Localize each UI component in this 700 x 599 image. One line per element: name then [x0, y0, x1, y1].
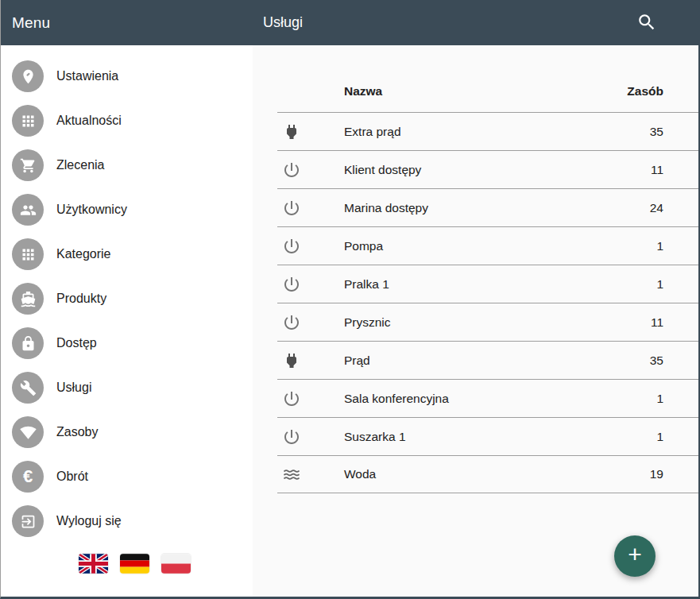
sidebar-item-zasoby[interactable]: Zasoby: [1, 410, 253, 454]
table-row[interactable]: Extra prąd 35: [277, 112, 698, 150]
row-value: 35: [650, 354, 698, 368]
search-icon: [636, 12, 657, 33]
boat-icon: [12, 283, 44, 315]
lock-icon: [12, 327, 44, 359]
sidebar-item-label: Zasoby: [56, 425, 98, 439]
sidebar-item-uslugi[interactable]: Usługi: [1, 365, 253, 410]
sidebar-item-label: Produkty: [56, 292, 106, 306]
app-window: Menu Usługi Ustawienia Aktualności: [0, 0, 700, 599]
row-value: 35: [650, 125, 698, 139]
power-icon: [282, 237, 301, 256]
sidebar-item-label: Aktualności: [56, 114, 122, 128]
column-header-nazwa: Nazwa: [344, 84, 382, 99]
flag-german[interactable]: [120, 554, 149, 574]
sidebar-item-kategorie[interactable]: Kategorie: [1, 232, 253, 276]
row-name: Prąd: [344, 354, 370, 368]
people-icon: [12, 194, 44, 226]
power-icon: [282, 160, 301, 180]
table-row[interactable]: Klient dostępy 11: [277, 150, 698, 188]
table-header: Nazwa Zasób: [277, 45, 698, 112]
waves-icon: [282, 465, 301, 484]
sidebar-item-label: Kategorie: [56, 247, 111, 261]
sidebar-item-ustawienia[interactable]: Ustawienia: [1, 54, 253, 99]
grid-icon: [12, 238, 44, 270]
row-value: 24: [650, 201, 698, 215]
sidebar: Ustawienia Aktualności Zlecenia Użytkown…: [1, 45, 253, 597]
sidebar-item-wyloguj[interactable]: Wyloguj się: [1, 499, 253, 543]
power-icon: [282, 389, 301, 408]
table-row[interactable]: Pralka 1 1: [277, 265, 698, 303]
sidebar-item-dostep[interactable]: Dostęp: [1, 321, 253, 365]
table-row[interactable]: Suszarka 1 1: [277, 417, 698, 455]
row-name: Extra prąd: [344, 125, 401, 139]
row-value: 19: [650, 467, 698, 481]
services-table: Nazwa Zasób Extra prąd 35 Klient dostępy…: [277, 45, 698, 493]
power-icon: [282, 313, 301, 332]
plus-icon: +: [628, 543, 642, 566]
sidebar-item-label: Obrót: [56, 470, 88, 484]
grid-icon: [12, 105, 44, 137]
sidebar-item-label: Dostęp: [56, 336, 97, 350]
app-bar: Menu Usługi: [1, 0, 698, 45]
wifi-icon: [12, 416, 44, 448]
sidebar-item-uzytkownicy[interactable]: Użytkownicy: [1, 187, 253, 232]
sidebar-item-obrot[interactable]: € Obrót: [1, 454, 253, 499]
row-name: Sala konferencyjna: [344, 392, 449, 406]
table-row[interactable]: Pompa 1: [277, 226, 698, 265]
menu-button[interactable]: Menu: [12, 0, 50, 45]
sidebar-item-produkty[interactable]: Produkty: [1, 276, 253, 321]
power-icon: [282, 275, 301, 294]
content-area: Nazwa Zasób Extra prąd 35 Klient dostępy…: [253, 45, 698, 597]
flag-polish[interactable]: [161, 554, 191, 574]
page-title: Usługi: [263, 0, 303, 45]
row-value: 11: [651, 163, 698, 177]
logout-icon: [12, 505, 44, 537]
table-row[interactable]: Prysznic 11: [277, 303, 698, 341]
row-name: Pralka 1: [344, 277, 389, 292]
row-name: Pompa: [344, 239, 383, 253]
row-value: 11: [651, 315, 698, 330]
sidebar-item-label: Ustawienia: [56, 69, 118, 83]
table-row[interactable]: Sala konferencyjna 1: [277, 379, 698, 417]
sidebar-item-label: Usługi: [56, 381, 91, 395]
language-switcher: [79, 554, 191, 574]
row-name: Suszarka 1: [344, 430, 406, 444]
shopping-cart-icon: [12, 149, 44, 181]
row-name: Prysznic: [344, 315, 391, 330]
euro-icon: €: [12, 461, 44, 493]
sidebar-nav: Ustawienia Aktualności Zlecenia Użytkown…: [1, 45, 253, 543]
row-value: 1: [656, 239, 698, 253]
row-value: 1: [656, 392, 698, 406]
power-icon: [282, 427, 301, 446]
plug-icon: [282, 351, 301, 370]
column-header-zasob: Zasób: [627, 84, 698, 99]
row-name: Klient dostępy: [344, 163, 421, 177]
sidebar-item-label: Użytkownicy: [56, 203, 127, 217]
plug-icon: [282, 122, 301, 141]
row-name: Woda: [344, 467, 376, 481]
sidebar-item-label: Zlecenia: [56, 158, 104, 172]
power-icon: [282, 199, 301, 218]
table-row[interactable]: Prąd 35: [277, 341, 698, 379]
row-value: 1: [656, 277, 698, 292]
location-pin-icon: [12, 60, 44, 92]
sidebar-item-zlecenia[interactable]: Zlecenia: [1, 143, 253, 187]
table-row[interactable]: Woda 19: [277, 455, 698, 493]
search-button[interactable]: [636, 12, 658, 34]
flag-english[interactable]: [79, 554, 108, 574]
add-button[interactable]: +: [614, 535, 656, 577]
table-row[interactable]: Marina dostępy 24: [277, 188, 698, 226]
sidebar-item-label: Wyloguj się: [56, 514, 122, 528]
sidebar-item-aktualnosci[interactable]: Aktualności: [1, 99, 253, 143]
row-name: Marina dostępy: [344, 201, 428, 215]
row-value: 1: [656, 430, 698, 444]
wrench-icon: [12, 372, 44, 404]
